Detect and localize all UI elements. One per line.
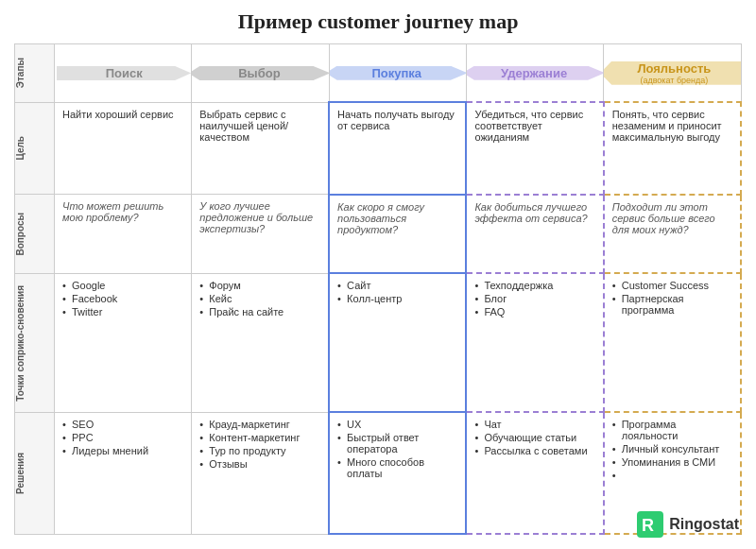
arrow-vybor: Выбор: [192, 66, 329, 80]
touchpoints-uderzhanie-list: Техподдержка Блог FAQ: [474, 280, 594, 317]
solutions-row-label: Решения: [15, 453, 26, 494]
solutions-pokupka: UX Быстрый ответ оператора Много способо…: [329, 412, 466, 534]
questions-pokupka: Как скоро я смогу пользоваться продуктом…: [329, 195, 466, 273]
main-table: Этапы Поиск Выбор Покупка Удержание: [14, 43, 742, 535]
stage-uderzhanie-cell: Удержание: [466, 44, 603, 103]
stages-row-label: Этапы: [15, 58, 26, 88]
arrow-pokupka: Покупка: [329, 66, 466, 80]
goal-search: Найти хороший сервис: [55, 102, 192, 195]
touchpoints-loyalnost: Customer Success Партнерская программа: [604, 273, 741, 412]
touchpoints-vybor: Форум Кейс Прайс на сайте: [192, 273, 329, 412]
goal-loyalnost: Понять, что сервис незаменим и приносит …: [604, 102, 741, 195]
touchpoints-pokupka: Сайт Колл-центр: [329, 273, 466, 412]
questions-loyalnost: Подходит ли этот сервис больше всего для…: [604, 195, 741, 273]
touchpoints-label-cell: Точки соприко-сновения: [15, 273, 55, 412]
stages-row: Этапы Поиск Выбор Покупка Удержание: [15, 44, 742, 103]
questions-row-label: Вопросы: [15, 213, 26, 256]
goal-uderzhanie: Убедиться, что сервис соответствует ожид…: [466, 102, 603, 195]
goal-vybor: Выбрать сервис с наилучшей ценой/качеств…: [192, 102, 329, 195]
goal-pokupka: Начать получать выгоду от сервиса: [329, 102, 466, 195]
touchpoints-row-label: Точки соприко-сновения: [15, 285, 26, 402]
stages-label-cell: Этапы: [15, 44, 55, 103]
touchpoints-row: Точки соприко-сновения Google Facebook T…: [15, 273, 742, 412]
solutions-pokupka-list: UX Быстрый ответ оператора Много способо…: [337, 419, 457, 479]
page: Пример customer journey map Этапы Поиск: [0, 0, 756, 549]
ringostat-logo-icon: R: [637, 511, 663, 538]
questions-search: Что может решить мою проблему?: [55, 195, 192, 273]
solutions-vybor-list: Крауд-маркетинг Контент-маркетинг Тур по…: [199, 419, 320, 470]
touchpoints-search-list: Google Facebook Twitter: [62, 280, 183, 317]
questions-uderzhanie: Как добиться лучшего эффекта от сервиса?: [466, 195, 603, 273]
solutions-uderzhanie-list: Чат Обучающие статьи Рассылка с советами: [474, 419, 594, 456]
svg-text:R: R: [642, 516, 654, 535]
solutions-uderzhanie: Чат Обучающие статьи Рассылка с советами: [466, 412, 603, 534]
touchpoints-search: Google Facebook Twitter: [55, 273, 192, 412]
touchpoints-pokupka-list: Сайт Колл-центр: [337, 280, 457, 304]
solutions-search-list: SEO PPC Лидеры мнений: [62, 419, 183, 456]
ringostat-logo: R Ringostat: [637, 511, 739, 538]
touchpoints-loyalnost-list: Customer Success Партнерская программа: [612, 280, 732, 316]
questions-label-cell: Вопросы: [15, 195, 55, 273]
touchpoints-vybor-list: Форум Кейс Прайс на сайте: [199, 280, 320, 317]
ringostat-logo-text: Ringostat: [669, 516, 739, 533]
stage-search-cell: Поиск: [55, 44, 192, 103]
goal-row: Цель Найти хороший сервис Выбрать сервис…: [15, 102, 742, 195]
solutions-row: Решения SEO PPC Лидеры мнений Крауд-марк…: [15, 412, 742, 534]
questions-vybor: У кого лучшее предложение и больше экспе…: [192, 195, 329, 273]
solutions-vybor: Крауд-маркетинг Контент-маркетинг Тур по…: [192, 412, 329, 534]
stage-loyalnost-cell: Лояльность (адвокат бренда): [604, 44, 741, 103]
questions-row: Вопросы Что может решить мою проблему? У…: [15, 195, 742, 273]
stage-vybor-cell: Выбор: [192, 44, 329, 103]
arrow-loyalnost: Лояльность (адвокат бренда): [604, 61, 741, 85]
journey-map-table: Этапы Поиск Выбор Покупка Удержание: [14, 43, 742, 535]
solutions-loyalnost-list: Программа лояльности Личный консультант …: [612, 419, 732, 468]
goal-label-cell: Цель: [15, 102, 55, 195]
touchpoints-uderzhanie: Техподдержка Блог FAQ: [466, 273, 603, 412]
page-title: Пример customer journey map: [14, 9, 742, 34]
solutions-search: SEO PPC Лидеры мнений: [55, 412, 192, 534]
arrow-search: Поиск: [57, 66, 191, 80]
stage-pokupka-cell: Покупка: [329, 44, 466, 103]
solutions-label-cell: Решения: [15, 412, 55, 534]
arrow-uderzhanie: Удержание: [466, 66, 603, 80]
goal-row-label: Цель: [15, 136, 26, 161]
